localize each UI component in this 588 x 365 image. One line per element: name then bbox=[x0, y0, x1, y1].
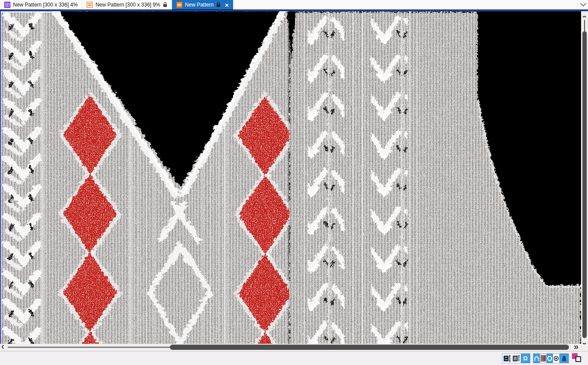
lock-icon bbox=[216, 2, 221, 7]
stitch-symbol-toggle[interactable] bbox=[533, 354, 540, 363]
ring-icon bbox=[547, 355, 552, 362]
needle-bars-button[interactable] bbox=[540, 354, 546, 363]
h-scroll-track[interactable] bbox=[8, 347, 171, 348]
vertical-scrollbar[interactable]: ‹ › bbox=[581, 11, 588, 351]
tab-bar-spacer bbox=[233, 0, 578, 10]
display-toolbox bbox=[533, 353, 569, 363]
knit-simulation bbox=[1, 11, 581, 344]
scroll-down-icon[interactable]: › bbox=[580, 341, 588, 346]
pattern-colors-swatch[interactable] bbox=[572, 353, 583, 363]
chevron-down-icon bbox=[580, 0, 586, 7]
tab-label: New Pattern bbox=[185, 2, 214, 8]
needle-bed-toolbox: Ω bbox=[502, 353, 530, 363]
tab-bar: New Pattern [300 x 336] 4% New Pattern [… bbox=[0, 0, 588, 10]
scroll-right-icon[interactable]: » bbox=[574, 343, 578, 350]
target-view-button[interactable] bbox=[553, 354, 559, 363]
target-icon bbox=[553, 355, 559, 362]
garment-shape-icon bbox=[560, 355, 568, 362]
needle-bed-rows-button[interactable] bbox=[512, 354, 521, 363]
loop-symbol-toggle[interactable]: Ω bbox=[521, 354, 530, 363]
tab-new-pattern-9[interactable]: New Pattern [300 x 336] 9% bbox=[82, 0, 172, 10]
stitch-symbol-icon bbox=[534, 355, 539, 362]
lock-icon bbox=[163, 2, 167, 7]
ring-view-toggle[interactable] bbox=[546, 354, 553, 363]
pattern-workspace-window: New Pattern [300 x 336] 4% New Pattern [… bbox=[0, 0, 588, 365]
v-scroll-track[interactable] bbox=[584, 20, 585, 31]
tab-label: New Pattern [300 x 336] 4% bbox=[13, 2, 78, 8]
close-tab-icon[interactable]: × bbox=[225, 2, 229, 8]
horizontal-scrollbar[interactable]: ‹ » bbox=[0, 344, 581, 351]
tab-overflow-button[interactable] bbox=[578, 0, 588, 10]
tab-new-pattern-4[interactable]: New Pattern [300 x 336] 4% bbox=[0, 0, 82, 10]
status-bar: Ω bbox=[0, 351, 588, 365]
pattern-symbols-icon bbox=[4, 2, 10, 8]
background-color-swatch bbox=[575, 356, 581, 362]
needle-bed-expand-icon bbox=[504, 355, 511, 362]
needle-bed-expand-button[interactable] bbox=[503, 354, 512, 363]
fabric-view-icon bbox=[87, 2, 93, 8]
fabric-view-icon bbox=[176, 2, 182, 8]
h-scroll-thumb[interactable] bbox=[170, 345, 569, 350]
knit-canvas[interactable] bbox=[0, 11, 581, 344]
omega-icon: Ω bbox=[523, 355, 527, 361]
needle-bed-rows-icon bbox=[513, 355, 520, 362]
tab-label: New Pattern [300 x 336] 9% bbox=[95, 2, 160, 8]
scroll-up-icon[interactable]: ‹ bbox=[580, 14, 588, 20]
v-scroll-thumb[interactable] bbox=[582, 31, 587, 338]
tab-new-pattern-active[interactable]: New Pattern × bbox=[172, 0, 233, 10]
garment-shape-toggle[interactable] bbox=[559, 354, 569, 363]
scroll-left-icon[interactable]: ‹ bbox=[1, 342, 4, 350]
needle-bars-icon bbox=[540, 355, 546, 362]
main-area: ‹ » ‹ › bbox=[0, 11, 588, 351]
